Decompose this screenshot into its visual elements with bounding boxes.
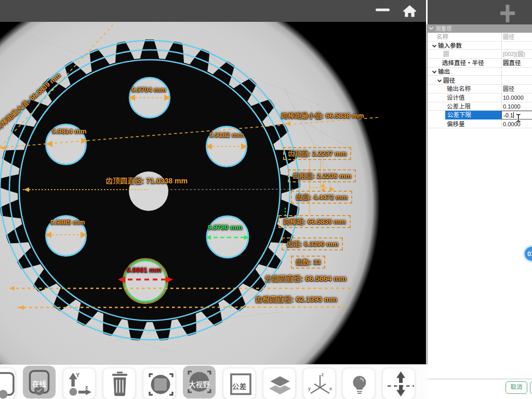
svg-text:Y: Y [76, 372, 80, 378]
svg-text:z: z [322, 372, 324, 377]
svg-text:y: y [308, 386, 311, 391]
svg-text:x: x [329, 386, 332, 391]
svg-text:x: x [85, 384, 88, 390]
